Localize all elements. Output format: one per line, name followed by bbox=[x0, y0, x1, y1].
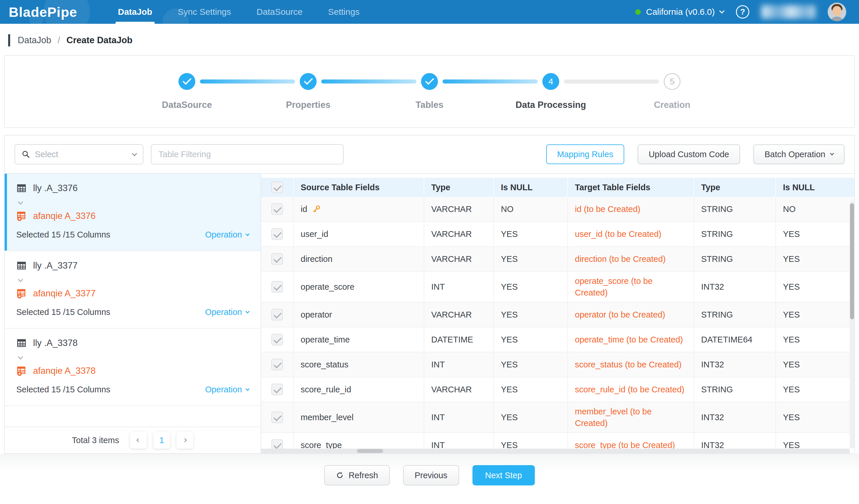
chevron-right-icon bbox=[183, 438, 187, 442]
nav-menu-item[interactable]: Sync Settings bbox=[165, 0, 244, 24]
operation-link[interactable]: Operation bbox=[205, 308, 249, 317]
vertical-scrollbar-track[interactable] bbox=[850, 201, 854, 448]
table-pair-item[interactable]: lly .A_3378 bbox=[5, 329, 261, 406]
target-field-cell: operator (to be Created) bbox=[568, 302, 694, 327]
pagination-page-1[interactable]: 1 bbox=[153, 432, 170, 448]
source-type-cell: INT bbox=[424, 402, 494, 432]
horizontal-scrollbar-thumb[interactable] bbox=[357, 449, 383, 453]
step-connector bbox=[564, 79, 659, 83]
vertical-scrollbar-thumb[interactable] bbox=[850, 203, 854, 319]
user-name-blurred bbox=[762, 5, 815, 18]
target-table-icon bbox=[16, 211, 27, 221]
horizontal-scrollbar-track[interactable] bbox=[261, 448, 850, 453]
source-type-cell: VARCHAR bbox=[424, 302, 494, 327]
source-type-cell: VARCHAR bbox=[424, 197, 494, 221]
chevron-down-icon bbox=[830, 152, 834, 155]
search-select[interactable]: Select bbox=[15, 144, 144, 164]
target-null-cell: YES bbox=[776, 302, 854, 327]
row-checkbox[interactable] bbox=[271, 334, 283, 345]
target-type-cell: INT32 bbox=[694, 402, 776, 432]
avatar[interactable] bbox=[828, 3, 846, 21]
source-table-icon bbox=[16, 183, 27, 193]
nav-menu-item[interactable]: DataJob bbox=[105, 0, 165, 24]
primary-key-icon bbox=[312, 205, 321, 214]
target-table-name: afanqie A_3378 bbox=[33, 366, 96, 376]
table-row: operate_time DATETIME YES operate_time (… bbox=[261, 327, 854, 352]
row-checkbox[interactable] bbox=[271, 253, 283, 265]
table-pair-item[interactable]: lly .A_3376 bbox=[5, 174, 261, 251]
table-filter-input[interactable] bbox=[151, 144, 344, 164]
operation-link[interactable]: Operation bbox=[205, 385, 249, 394]
source-null-cell: YES bbox=[494, 302, 568, 327]
source-null-cell: YES bbox=[494, 377, 568, 401]
region-selector[interactable]: California (v0.6.0) bbox=[635, 7, 724, 17]
chevron-down-icon[interactable] bbox=[18, 199, 23, 204]
row-checkbox[interactable] bbox=[271, 384, 283, 395]
target-type-cell: INT32 bbox=[694, 352, 776, 377]
pagination-prev-button[interactable] bbox=[130, 432, 147, 448]
select-all-checkbox[interactable] bbox=[271, 182, 283, 193]
col-header-source-fields: Source Table Fields bbox=[294, 178, 424, 197]
field-mapping-table: Source Table Fields Type Is NULL Target … bbox=[261, 174, 854, 453]
row-checkbox[interactable] bbox=[271, 228, 283, 240]
mapping-rules-button[interactable]: Mapping Rules bbox=[546, 144, 624, 164]
chevron-down-icon bbox=[245, 309, 250, 313]
nav-menu-item[interactable]: Settings bbox=[315, 0, 372, 24]
upload-custom-code-button[interactable]: Upload Custom Code bbox=[637, 144, 740, 164]
operation-link[interactable]: Operation bbox=[205, 230, 249, 239]
next-step-button[interactable]: Next Step bbox=[472, 465, 535, 486]
col-header-target-null: Is NULL bbox=[776, 178, 854, 197]
page-title: Create DataJob bbox=[66, 35, 132, 46]
row-checkbox[interactable] bbox=[271, 203, 283, 215]
row-checkbox[interactable] bbox=[271, 281, 283, 293]
step-label: Creation bbox=[654, 100, 690, 110]
source-table-name: lly .A_3378 bbox=[33, 338, 77, 348]
breadcrumb-parent[interactable]: DataJob bbox=[18, 35, 51, 46]
source-null-cell: NO bbox=[494, 197, 568, 221]
table-row: operator VARCHAR YES operator (to be Cre… bbox=[261, 302, 854, 327]
selected-columns-text: Selected 15 /15 Columns bbox=[16, 230, 110, 239]
nav-menu-item[interactable]: DataSource bbox=[244, 0, 315, 24]
brand-logo[interactable]: BladePipe bbox=[9, 4, 77, 20]
source-field-cell: member_level bbox=[294, 402, 424, 432]
row-checkbox[interactable] bbox=[271, 309, 283, 320]
source-null-cell: YES bbox=[494, 352, 568, 377]
source-field-cell: id bbox=[294, 197, 424, 221]
chevron-down-icon bbox=[719, 8, 724, 13]
target-field-cell: operate_time (to be Created) bbox=[568, 327, 694, 352]
step-label: DataSource bbox=[162, 100, 212, 110]
target-field-cell: direction (to be Created) bbox=[568, 247, 694, 271]
chevron-down-icon[interactable] bbox=[18, 354, 23, 359]
row-checkbox[interactable] bbox=[271, 411, 283, 423]
check-icon bbox=[183, 76, 191, 85]
field-table-body: id VARCHAR NO id (to be Created) STRING bbox=[261, 197, 854, 453]
table-pair-list: lly .A_3376 bbox=[5, 174, 261, 453]
refresh-button[interactable]: Refresh bbox=[324, 465, 390, 486]
step-connector bbox=[321, 79, 417, 83]
help-icon[interactable]: ? bbox=[736, 5, 749, 18]
source-null-cell: YES bbox=[494, 247, 568, 271]
row-checkbox[interactable] bbox=[271, 359, 283, 370]
breadcrumb-accent-bar bbox=[8, 34, 10, 46]
source-table-name: lly .A_3376 bbox=[33, 183, 77, 193]
source-type-cell: VARCHAR bbox=[424, 377, 494, 401]
selected-columns-text: Selected 15 /15 Columns bbox=[16, 385, 110, 394]
col-header-source-type: Type bbox=[424, 178, 494, 197]
step-label: Tables bbox=[416, 100, 443, 110]
selected-columns-text: Selected 15 /15 Columns bbox=[16, 308, 110, 317]
pagination: Total 3 items 1 bbox=[5, 427, 261, 453]
previous-button[interactable]: Previous bbox=[403, 465, 459, 486]
data-processing-panel: Select Mapping Rules Upload Custom Code … bbox=[4, 135, 855, 454]
target-table-icon bbox=[16, 288, 27, 299]
batch-operation-button[interactable]: Batch Operation bbox=[753, 144, 844, 164]
stepper-step: 5 Creation bbox=[612, 73, 733, 110]
table-pair-item[interactable]: lly .A_3377 bbox=[5, 251, 261, 329]
chevron-down-icon[interactable] bbox=[18, 277, 23, 282]
table-row: operate_score INT YES operate_score (to … bbox=[261, 272, 854, 302]
stepper-step: Tables bbox=[369, 73, 490, 110]
pagination-next-button[interactable] bbox=[177, 432, 193, 448]
breadcrumb-separator: / bbox=[58, 35, 60, 46]
footer-actions: Refresh Previous Next Step bbox=[0, 454, 859, 497]
target-null-cell: YES bbox=[776, 352, 854, 377]
target-type-cell: STRING bbox=[694, 302, 776, 327]
